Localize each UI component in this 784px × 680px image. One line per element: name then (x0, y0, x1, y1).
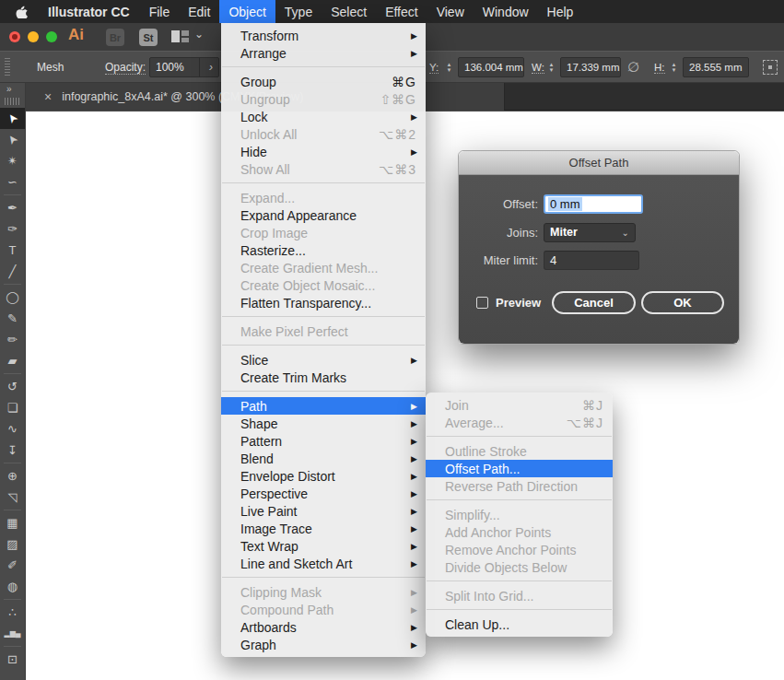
close-tab-icon[interactable]: × (44, 89, 52, 104)
opacity-label[interactable]: Opacity: (105, 61, 146, 75)
zoom-window-button[interactable] (46, 31, 57, 42)
eyedropper-tool[interactable]: ✐ (0, 555, 25, 576)
submenu-item-clean-up[interactable]: Clean Up... (426, 616, 613, 633)
w-label[interactable]: W: (532, 62, 544, 74)
opacity-chevron-icon[interactable]: › (209, 61, 213, 74)
lasso-tool[interactable]: ∽ (0, 171, 25, 193)
menubar-item-type[interactable]: Type (275, 0, 322, 23)
h-stepper[interactable]: ▲▼ (668, 58, 680, 76)
miter-limit-input[interactable]: 4 (544, 251, 639, 270)
stock-button[interactable]: St (139, 29, 158, 46)
menubar-item-window[interactable]: Window (474, 0, 538, 23)
paintbrush-tool[interactable]: ✎ (0, 308, 25, 329)
offset-input[interactable]: 0 mm (544, 194, 643, 214)
apple-menu[interactable] (0, 0, 37, 23)
menu-item-rasterize[interactable]: Rasterize... (221, 241, 426, 259)
menubar-app-name[interactable]: Illustrator CC (37, 0, 140, 23)
menu-item-path[interactable]: Path▶ (221, 397, 426, 415)
menu-item-live-paint[interactable]: Live Paint▶ (221, 502, 426, 520)
stepper-down-icon[interactable]: ▼ (672, 67, 677, 73)
y-label[interactable]: Y: (429, 62, 439, 74)
shape-builder-tool[interactable]: ⊕ (0, 465, 25, 487)
menu-item-shape[interactable]: Shape▶ (221, 415, 426, 432)
menu-item-image-trace[interactable]: Image Trace▶ (221, 520, 426, 537)
mesh-tool[interactable]: ▦ (0, 512, 25, 533)
h-label[interactable]: H: (654, 62, 665, 74)
workspace-switcher-icon[interactable] (171, 30, 190, 43)
menu-item-slice[interactable]: Slice▶ (221, 351, 426, 369)
menu-item-graph[interactable]: Graph▶ (221, 636, 426, 653)
menubar-item-edit[interactable]: Edit (179, 0, 219, 23)
minimize-window-button[interactable] (28, 31, 39, 42)
scale-tool[interactable]: ❏ (0, 397, 25, 418)
preview-label[interactable]: Preview (496, 296, 541, 310)
menu-item-lock[interactable]: Lock▶ (221, 108, 426, 125)
menu-item-text-wrap[interactable]: Text Wrap▶ (221, 537, 426, 555)
eraser-tool[interactable]: ▰ (0, 350, 25, 371)
preview-checkbox[interactable] (476, 297, 488, 309)
transform-reference-icon[interactable] (763, 60, 778, 75)
selection-tool[interactable]: ➤ (0, 108, 25, 129)
blend-tool[interactable]: ◍ (0, 576, 25, 597)
close-window-button[interactable] (9, 31, 20, 42)
shaper-tool[interactable]: ✏ (0, 329, 25, 350)
menubar-item-help[interactable]: Help (538, 0, 583, 23)
type-tool[interactable]: T (0, 240, 25, 261)
menubar-item-effect[interactable]: Effect (376, 0, 427, 23)
menu-item-blend[interactable]: Blend▶ (221, 450, 426, 467)
h-input[interactable]: 28.555 mm (683, 57, 749, 77)
tools-panel-grip[interactable] (5, 98, 20, 105)
w-input[interactable]: 17.339 mm (560, 57, 621, 77)
direct-selection-tool[interactable]: ➤ (0, 129, 25, 150)
menubar-item-file[interactable]: File (140, 0, 180, 23)
workspace-chevron-down-icon[interactable]: ⌄ (194, 28, 204, 41)
magic-wand-tool[interactable]: ✴ (0, 150, 25, 171)
ok-button[interactable]: OK (641, 291, 724, 314)
menu-item-perspective[interactable]: Perspective▶ (221, 485, 426, 502)
line-segment-tool[interactable]: ╱ (0, 261, 25, 282)
menu-item-line-and-sketch-art[interactable]: Line and Sketch Art▶ (221, 555, 426, 572)
tools-panel: » ➤ ➤ ✴ ∽ ✒ ✑ T ╱ ◯ ✎ ✏ ▰ ↺ ❏ ∿ ↧ ⊕ ◹ ▦ … (0, 83, 26, 680)
curvature-tool[interactable]: ✑ (0, 218, 25, 240)
submenu-item-offset-path[interactable]: Offset Path... (426, 460, 613, 477)
stepper-down-icon[interactable]: ▼ (447, 67, 452, 73)
menu-item-hide[interactable]: Hide▶ (221, 143, 426, 160)
artboard-tool-icon: ⊡ (7, 652, 18, 666)
symbol-sprayer-tool[interactable]: ∴ (0, 602, 25, 623)
opacity-input[interactable]: 100% › (149, 57, 219, 77)
menu-item-group[interactable]: Group⌘G (221, 73, 426, 90)
pen-tool[interactable]: ✒ (0, 197, 25, 218)
menu-item-create-trim-marks[interactable]: Create Trim Marks (221, 369, 426, 386)
dialog-title-bar[interactable]: Offset Path (459, 151, 739, 175)
menu-item-expand-appearance[interactable]: Expand Appearance (221, 206, 426, 224)
panel-grip-handle[interactable] (5, 58, 10, 76)
expand-tools-panel-icon[interactable]: » (0, 83, 25, 96)
joins-select[interactable]: Miter⌄ (544, 223, 636, 242)
menu-item-arrange[interactable]: Arrange▶ (221, 44, 426, 62)
menubar-item-view[interactable]: View (427, 0, 474, 23)
width-tool[interactable]: ∿ (0, 418, 25, 440)
w-stepper[interactable]: ▲▼ (545, 58, 557, 76)
menubar-item-select[interactable]: Select (322, 0, 376, 23)
menu-item-envelope-distort[interactable]: Envelope Distort▶ (221, 467, 426, 485)
perspective-grid-tool[interactable]: ◹ (0, 487, 25, 508)
submenu-arrow-icon: ▶ (411, 507, 417, 516)
menu-item-pattern[interactable]: Pattern▶ (221, 432, 426, 450)
gradient-tool[interactable]: ▨ (0, 533, 25, 555)
menu-item-transform[interactable]: Transform▶ (221, 27, 426, 44)
menu-separator (222, 345, 425, 346)
column-graph-tool[interactable]: ▂▆▄ (0, 623, 25, 644)
y-stepper[interactable]: ▲▼ (443, 58, 455, 76)
menubar-item-object[interactable]: Object (219, 0, 275, 23)
y-input[interactable]: 136.004 mm (458, 57, 524, 77)
constrain-proportions-icon[interactable]: ∅ (626, 58, 641, 76)
rotate-tool[interactable]: ↺ (0, 376, 25, 397)
menu-item-artboards[interactable]: Artboards▶ (221, 618, 426, 636)
menu-item-flatten-transparency[interactable]: Flatten Transparency... (221, 294, 426, 311)
bridge-button[interactable]: Br (106, 29, 124, 46)
artboard-tool[interactable]: ⊡ (0, 649, 25, 670)
puppet-warp-tool[interactable]: ↧ (0, 440, 25, 461)
stepper-down-icon[interactable]: ▼ (549, 67, 555, 73)
ellipse-tool[interactable]: ◯ (0, 287, 25, 308)
cancel-button[interactable]: Cancel (552, 291, 636, 314)
